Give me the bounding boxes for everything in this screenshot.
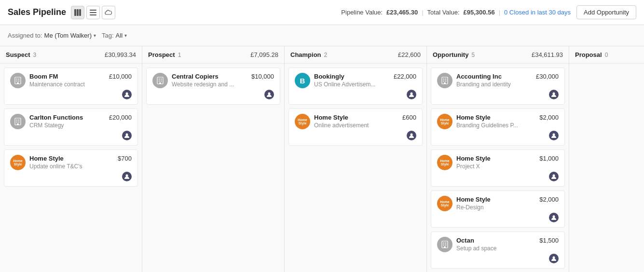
- svg-rect-17: [18, 122, 19, 122]
- cloud-view-button[interactable]: [102, 6, 115, 19]
- list-item[interactable]: HomeStyleHome Style$700Update online T&C…: [4, 150, 138, 187]
- avatar: B: [295, 73, 310, 88]
- card-name: Home Style: [456, 114, 491, 121]
- card-amount: £600: [402, 114, 416, 121]
- column-proposal: Proposal0: [569, 46, 644, 272]
- svg-point-39: [553, 216, 555, 218]
- assigned-dropdown-arrow: ▾: [94, 33, 96, 38]
- user-avatar: [549, 213, 559, 222]
- cards-opportunity: Accounting Inc£30,000Branding and identi…: [427, 64, 569, 272]
- column-champion: Champion2£22,600BBookingly£22,000US Onli…: [285, 46, 427, 272]
- kanban-view-button[interactable]: [71, 6, 84, 19]
- avatar: [152, 73, 168, 88]
- card-name: Central Copiers: [172, 73, 219, 80]
- page-title: Sales Pipeline: [8, 7, 66, 17]
- top-bar: Sales Pipeline: [0, 0, 644, 25]
- card-amount: £22,000: [394, 73, 416, 80]
- avatar: HomeStyle: [437, 155, 452, 170]
- list-item[interactable]: HomeStyleHome Style$1,000Project X: [431, 150, 565, 187]
- column-header-opportunity: Opportunity5£34,611.93: [427, 46, 569, 64]
- tag-label: Tag:: [102, 32, 114, 39]
- cards-prospect: Central Copiers$10,000Website redesign a…: [142, 64, 284, 272]
- svg-rect-26: [159, 82, 161, 84]
- total-value-label: Total Value:: [427, 9, 460, 16]
- assigned-value: Me (Tom Walker): [44, 32, 92, 39]
- svg-rect-7: [16, 79, 17, 80]
- svg-rect-2: [79, 9, 81, 16]
- column-value-opportunity: £34,611.93: [532, 51, 563, 58]
- user-avatar: [549, 254, 559, 263]
- tag-value: All: [116, 32, 123, 39]
- svg-point-29: [411, 134, 413, 136]
- card-amount: £30,000: [536, 73, 559, 80]
- list-item[interactable]: Octan$1,500Setup ad space: [431, 231, 565, 269]
- svg-point-38: [553, 175, 555, 177]
- avatar: [437, 237, 452, 252]
- svg-point-28: [411, 93, 413, 95]
- column-count-proposal: 0: [605, 52, 608, 58]
- card-amount: $10,000: [251, 73, 274, 80]
- svg-rect-3: [90, 10, 96, 11]
- card-amount: $2,000: [539, 196, 559, 203]
- list-item[interactable]: HomeStyleHome Style$2,000Re-Design: [431, 190, 565, 228]
- column-count-suspect: 3: [33, 52, 37, 58]
- svg-rect-8: [18, 79, 19, 80]
- list-item[interactable]: HomeStyleHome Style$2,000Branding Guidel…: [431, 109, 565, 146]
- svg-point-37: [553, 134, 555, 136]
- stat-divider-2: |: [499, 9, 500, 16]
- column-header-champion: Champion2£22,600: [285, 46, 426, 64]
- column-title-proposal: Proposal: [575, 51, 602, 58]
- add-opportunity-button[interactable]: Add Opportunity: [576, 5, 636, 19]
- list-item[interactable]: Carlton Functions£20,000CRM Stategy: [4, 109, 138, 146]
- svg-point-27: [268, 93, 271, 95]
- svg-rect-14: [16, 120, 17, 121]
- avatar: [10, 114, 26, 129]
- svg-rect-11: [17, 82, 19, 84]
- cards-champion: BBookingly£22,000US Online Advertisem...…: [285, 64, 426, 272]
- user-avatar: [549, 131, 559, 140]
- pipeline-value: £23,465.30: [386, 9, 418, 16]
- cards-proposal: [569, 64, 644, 272]
- svg-rect-41: [443, 243, 444, 244]
- list-item[interactable]: HomeStyleHome Style£600Online advertisem…: [288, 109, 423, 146]
- avatar: HomeStyle: [437, 114, 452, 129]
- card-description: Re-Design: [456, 204, 559, 211]
- column-header-suspect: Suspect3£30,993.34: [0, 46, 142, 64]
- user-avatar: [122, 90, 132, 99]
- svg-rect-24: [159, 81, 160, 82]
- svg-rect-35: [444, 82, 446, 84]
- card-name: Octan: [456, 237, 474, 244]
- assigned-label: Assigned to:: [8, 32, 42, 39]
- avatar: HomeStyle: [437, 196, 452, 211]
- svg-rect-44: [445, 245, 446, 245]
- card-amount: £20,000: [109, 114, 132, 121]
- tag-filter[interactable]: Tag: All ▾: [102, 32, 127, 39]
- column-value-suspect: £30,993.34: [105, 51, 136, 58]
- card-description: Website redesign and ...: [172, 81, 274, 88]
- list-item[interactable]: Central Copiers$10,000Website redesign a…: [146, 68, 280, 105]
- column-opportunity: Opportunity5£34,611.93 Accounting Inc£30…: [427, 46, 569, 272]
- assigned-to-filter[interactable]: Assigned to: Me (Tom Walker) ▾: [8, 32, 96, 39]
- svg-rect-10: [18, 81, 19, 82]
- user-avatar: [122, 131, 132, 140]
- card-name: Bookingly: [314, 73, 344, 80]
- svg-point-46: [553, 257, 555, 259]
- list-item[interactable]: Accounting Inc£30,000Branding and identi…: [431, 68, 565, 105]
- column-title-suspect: Suspect: [6, 51, 30, 58]
- svg-point-12: [126, 93, 128, 95]
- column-value-prospect: £7,095.28: [250, 51, 278, 58]
- card-description: Branding Guidelines P...: [456, 122, 559, 129]
- closed-link[interactable]: 0 Closed in last 30 days: [504, 9, 571, 16]
- avatar: [10, 73, 26, 88]
- cards-suspect: Boom FM£10,000Maintenance contract Carlt…: [0, 64, 142, 272]
- list-item[interactable]: BBookingly£22,000US Online Advertisem...: [288, 68, 423, 105]
- column-title-champion: Champion: [290, 51, 321, 58]
- svg-point-20: [126, 175, 128, 177]
- list-item[interactable]: Boom FM£10,000Maintenance contract: [4, 68, 138, 105]
- view-icons: [71, 6, 115, 19]
- svg-rect-43: [443, 245, 444, 245]
- card-name: Home Style: [456, 196, 491, 203]
- avatar: HomeStyle: [10, 155, 26, 170]
- list-view-button[interactable]: [86, 6, 100, 19]
- card-amount: $1,500: [539, 237, 559, 244]
